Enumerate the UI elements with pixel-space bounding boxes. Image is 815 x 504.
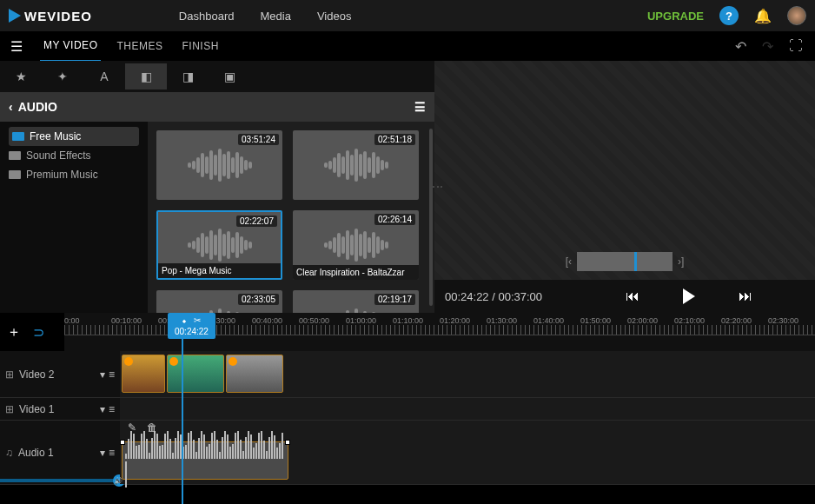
audio-clip-item[interactable]: 02:51:18 [293,130,419,200]
audio-clip-item[interactable]: 02:19:17Inspiration - Mega Music [293,290,419,313]
drag-icon[interactable]: ≡ [109,403,115,415]
fullscreen-icon[interactable]: ⛶ [789,38,803,55]
track-header[interactable]: ♫ Audio 1 ▾≡ 🔊 [0,421,120,484]
track-label: Audio 1 [18,447,54,459]
notifications-icon[interactable]: 🔔 [754,8,772,24]
nav-media[interactable]: Media [260,10,290,23]
next-icon[interactable]: ⏭ [739,288,752,304]
audio-clip-item[interactable]: 02:33:05Moment Of Inspiration - Mega... [156,290,282,313]
upgrade-button[interactable]: UPGRADE [647,10,704,23]
ruler-tick: 01:30:00 [487,316,533,325]
overlay-icon[interactable]: ◨ [167,63,209,90]
back-icon[interactable]: ‹ [9,100,13,114]
preview-scrubber[interactable] [577,252,673,271]
tab-finish[interactable]: FINISH [178,31,222,61]
marker-icon: ⬥ [182,315,187,325]
cut-icon[interactable]: ✂ [194,315,201,325]
transition-icon [169,357,178,366]
folder-star-icon[interactable]: ✦ [42,63,83,90]
scrollbar[interactable] [429,129,433,306]
track-video-1: ⊞ Video 1 ▾≡ [0,398,815,421]
chevron-down-icon[interactable]: ▾ [100,403,105,415]
video-clip[interactable] [122,355,165,393]
volume-slider[interactable]: 🔊 [0,479,120,482]
tab-my-video[interactable]: MY VIDEO [40,30,101,63]
star-icon[interactable]: ★ [0,63,42,90]
clip-duration: 02:26:14 [374,214,415,225]
timeline-ruler[interactable]: ⬥✂ 00:24:22 0:0000:10:0000:20:0000:30:00… [64,313,815,351]
track-body[interactable]: ✎ 🗑 [120,421,815,484]
logo-icon [9,9,21,23]
playhead-marker[interactable]: ⬥✂ 00:24:22 [168,313,215,339]
avatar[interactable] [787,6,806,25]
media-toolbar: ★ ✦ A ◧ ◨ ▣ [0,61,434,92]
top-nav: Dashboard Media Videos [179,10,352,23]
drag-icon[interactable]: ≡ [109,447,115,459]
track-body[interactable] [120,398,815,420]
track-header[interactable]: ⊞ Video 1 ▾≡ [0,398,120,420]
audio-clip-item[interactable]: 03:51:24 [156,130,282,200]
audio-clip[interactable]: ✎ 🗑 [122,441,288,480]
help-icon[interactable]: ? [719,6,739,25]
trim-start-icon[interactable]: [‹ [566,255,572,268]
video-icon: ⊞ [5,403,14,415]
track-label: Video 1 [19,403,54,415]
resize-handle[interactable]: ⋮ [432,182,444,192]
chevron-down-icon[interactable]: ▾ [100,368,105,381]
audio-clip-item[interactable]: 02:22:07Pop - Mega Music [156,210,282,280]
preview-panel: ⋮ [‹ ›] 00:24:22 / 00:37:00 ⏮ ⏭ [434,61,815,313]
nav-videos[interactable]: Videos [317,10,352,23]
logo[interactable]: WEVIDEO [9,9,92,23]
undo-icon[interactable]: ↶ [735,38,746,55]
menu-icon[interactable]: ☰ [5,35,28,58]
clip-duration: 03:51:24 [238,134,279,145]
video-clip[interactable] [167,355,224,393]
video-clip[interactable] [226,355,283,393]
list-view-icon[interactable]: ☰ [414,100,426,114]
ruler-tick: 02:20:00 [721,316,768,325]
media-panel: ★ ✦ A ◧ ◨ ▣ ‹ AUDIO ☰ Free Music Sound E… [0,61,434,313]
track-header[interactable]: ⊞ Video 2 ▾≡ [0,351,120,397]
top-bar: WEVIDEO Dashboard Media Videos UPGRADE ?… [0,0,815,31]
nav-dashboard[interactable]: Dashboard [179,10,235,23]
audio-clip-item[interactable]: 02:26:14Clear Inspiration - BaltaZzar [293,210,419,280]
track-video-2: ⊞ Video 2 ▾≡ [0,351,815,398]
folder-icon [12,132,24,141]
folder-icon [9,170,21,179]
text-box-icon[interactable]: A [83,63,125,90]
clip-handle[interactable] [285,440,290,445]
panel-header: ‹ AUDIO ☰ [0,92,434,122]
sidebar-item-free-music[interactable]: Free Music [9,127,139,146]
magnet-icon[interactable]: ⊃ [33,324,44,341]
image-icon[interactable]: ▣ [209,63,250,90]
ruler-tick: 0:00 [64,316,111,325]
ruler-tick: 00:50:00 [299,316,346,325]
music-icon: ♫ [5,447,13,459]
clip-duration: 02:19:17 [374,294,415,305]
trim-end-icon[interactable]: ›] [678,255,684,268]
clip-handle[interactable] [120,440,125,445]
tab-themes[interactable]: THEMES [113,31,166,61]
sidebar-item-label: Free Music [30,130,81,143]
playhead-line[interactable] [182,313,183,504]
main-area: ★ ✦ A ◧ ◨ ▣ ‹ AUDIO ☰ Free Music Sound E… [0,61,815,313]
sidebar-item-sound-effects[interactable]: Sound Effects [9,146,139,165]
delete-icon[interactable]: 🗑 [147,421,157,434]
redo-icon[interactable]: ↷ [762,38,773,55]
chevron-down-icon[interactable]: ▾ [100,447,105,459]
ruler-tick: 01:50:00 [580,316,627,325]
drag-icon[interactable]: ≡ [109,368,115,381]
sidebar-item-premium-music[interactable]: Premium Music [9,165,139,184]
prev-icon[interactable]: ⏮ [626,288,639,304]
add-track-icon[interactable]: ＋ [7,323,21,342]
clip-duration: 02:51:18 [374,134,415,145]
track-body[interactable] [120,351,815,397]
frame-icon[interactable]: ◧ [125,63,167,90]
track-label: Video 2 [19,368,54,381]
category-sidebar: Free Music Sound Effects Premium Music [0,122,148,313]
edit-icon[interactable]: ✎ [128,421,136,434]
sidebar-item-label: Premium Music [26,169,98,181]
play-icon[interactable] [683,288,695,304]
clip-duration: 02:22:07 [236,216,277,227]
folder-icon [9,151,21,160]
